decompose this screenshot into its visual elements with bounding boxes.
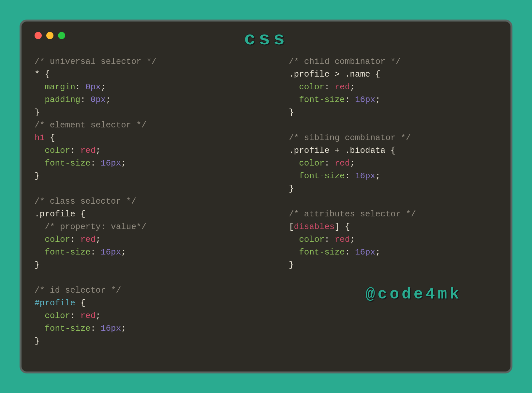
comment-id: /* id selector */ bbox=[35, 285, 121, 295]
universal-selector: * bbox=[35, 69, 45, 79]
prop-color: color bbox=[299, 82, 324, 92]
brace: { bbox=[370, 69, 380, 79]
close-icon[interactable] bbox=[35, 32, 42, 39]
brace: { bbox=[45, 69, 50, 79]
brace: { bbox=[45, 133, 55, 143]
brace: } bbox=[35, 260, 40, 270]
val-color: red bbox=[334, 158, 350, 168]
prop-fontsize: font-size bbox=[299, 171, 345, 181]
brace: } bbox=[289, 260, 294, 270]
prop-fontsize: font-size bbox=[45, 324, 90, 333]
maximize-icon[interactable] bbox=[58, 32, 65, 39]
sibling-combinator-selector: .profile + .biodata bbox=[289, 146, 385, 155]
bracket-close: ] bbox=[334, 222, 340, 232]
val-fontsize: 16px bbox=[355, 171, 375, 181]
val-fontsize: 16px bbox=[101, 247, 121, 257]
code-column-left: /* universal selector */ * { margin: 0px… bbox=[35, 55, 243, 348]
comment-class: /* class selector */ bbox=[35, 196, 136, 206]
val-color: red bbox=[334, 82, 350, 92]
prop-color: color bbox=[45, 146, 70, 155]
code-columns: /* universal selector */ * { margin: 0px… bbox=[35, 55, 497, 348]
comment-element: /* element selector */ bbox=[35, 120, 146, 130]
brace: { bbox=[75, 209, 85, 219]
brace: } bbox=[289, 184, 294, 194]
prop-padding: padding bbox=[45, 95, 80, 105]
prop-color: color bbox=[45, 311, 70, 321]
val-color: red bbox=[80, 146, 96, 155]
brace: { bbox=[340, 222, 350, 232]
brace: } bbox=[289, 108, 294, 117]
comment-attr: /* attributes selector */ bbox=[289, 209, 416, 219]
prop-color: color bbox=[299, 235, 324, 244]
prop-fontsize: font-size bbox=[299, 95, 345, 105]
brace: } bbox=[35, 336, 40, 346]
prop-fontsize: font-size bbox=[299, 247, 345, 257]
brace: } bbox=[35, 108, 40, 117]
comment-propval: /* property: value*/ bbox=[45, 222, 146, 232]
class-selector: .profile bbox=[35, 209, 75, 219]
brace: } bbox=[35, 171, 40, 181]
val-fontsize: 16px bbox=[101, 158, 121, 168]
prop-fontsize: font-size bbox=[45, 247, 90, 257]
val-color: red bbox=[334, 235, 350, 244]
val-fontsize: 16px bbox=[355, 95, 375, 105]
prop-color: color bbox=[45, 235, 70, 244]
id-selector: #profile bbox=[35, 298, 75, 308]
comment-sibling: /* sibling combinator */ bbox=[289, 133, 411, 143]
prop-margin: margin bbox=[45, 82, 75, 92]
val-fontsize: 16px bbox=[355, 247, 375, 257]
code-window: css /* universal selector */ * { margin:… bbox=[20, 20, 512, 373]
child-combinator-selector: .profile > .name bbox=[289, 69, 370, 79]
prop-color: color bbox=[299, 158, 324, 168]
brace: { bbox=[385, 146, 395, 155]
val-color: red bbox=[80, 311, 96, 321]
prop-fontsize: font-size bbox=[45, 158, 90, 168]
brace: { bbox=[75, 298, 85, 308]
comment-universal: /* universal selector */ bbox=[35, 57, 156, 66]
author-handle: @code4mk bbox=[366, 285, 462, 303]
bracket-open: [ bbox=[289, 222, 294, 232]
code-column-right: /* child combinator */ .profile > .name … bbox=[269, 55, 497, 348]
attribute-selector: disables bbox=[294, 222, 335, 232]
minimize-icon[interactable] bbox=[46, 32, 53, 39]
element-selector: h1 bbox=[35, 133, 45, 143]
val-fontsize: 16px bbox=[101, 324, 121, 333]
val-margin: 0px bbox=[85, 82, 101, 92]
val-color: red bbox=[80, 235, 96, 244]
val-padding: 0px bbox=[91, 95, 106, 105]
comment-child: /* child combinator */ bbox=[289, 57, 401, 66]
window-title: css bbox=[244, 29, 288, 50]
